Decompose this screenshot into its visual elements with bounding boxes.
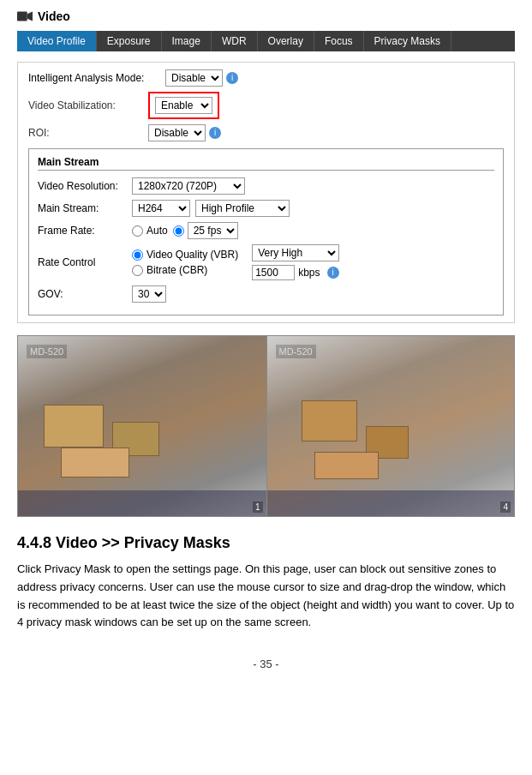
video-icon <box>17 9 33 24</box>
tab-video-profile[interactable]: Video Profile <box>17 31 97 51</box>
stabilization-highlight: Enable Disable <box>148 92 219 119</box>
auto-radio-group: Auto <box>132 225 168 237</box>
right-timestamp: 4 <box>500 502 511 513</box>
stabilization-label: Video Stabilization: <box>28 99 148 111</box>
stream-label: Main Stream: <box>38 202 132 214</box>
fps-radio-group: 25 fps 30 fps 15 fps <box>173 222 238 239</box>
roi-select[interactable]: Disable Enable <box>148 124 206 141</box>
gov-label: GOV: <box>38 288 132 300</box>
stabilization-row: Video Stabilization: Enable Disable <box>28 92 504 119</box>
gov-row: GOV: 30 60 90 <box>38 285 494 303</box>
intelligent-info-icon[interactable]: i <box>226 72 238 84</box>
vbr-radio-group: Video Quality (VBR) <box>132 249 238 261</box>
vbr-radio[interactable] <box>132 249 143 261</box>
resolution-select[interactable]: 1280x720 (720P) 1920x1080 (1080P) <box>132 177 245 195</box>
section-body: Click Privacy Mask to open the settings … <box>17 561 515 632</box>
page-header: Video <box>17 9 515 24</box>
tab-exposure[interactable]: Exposure <box>97 31 162 51</box>
roi-info-icon[interactable]: i <box>209 127 221 139</box>
camera-left-image: MD-520 1 <box>18 336 266 516</box>
quality-select[interactable]: Very High High Medium Low <box>252 244 338 261</box>
page-footer: - 35 - <box>17 649 515 679</box>
bitrate-input[interactable] <box>252 265 295 280</box>
camera-image-panel: MD-520 1 MD-520 4 <box>17 335 515 517</box>
page-number: - 35 - <box>253 658 278 670</box>
left-timestamp: 1 <box>253 502 263 513</box>
vbr-label: Video Quality (VBR) <box>146 249 238 261</box>
page-title: Video <box>38 9 70 23</box>
cbr-radio[interactable] <box>132 265 143 276</box>
framerate-fps-radio[interactable] <box>173 225 184 237</box>
resolution-label: Video Resolution: <box>38 180 132 192</box>
roi-label: ROI: <box>28 127 148 139</box>
gov-select[interactable]: 30 60 90 <box>132 285 166 303</box>
bitrate-info-icon[interactable]: i <box>327 267 339 279</box>
nav-tabs: Video Profile Exposure Image WDR Overlay… <box>17 31 515 51</box>
tab-image[interactable]: Image <box>162 31 212 51</box>
stream-codec-row: Main Stream: H264 H265 MJPEG High Profil… <box>38 200 494 217</box>
framerate-auto-radio[interactable] <box>132 225 143 237</box>
resolution-row: Video Resolution: 1280x720 (720P) 1920x1… <box>38 177 494 195</box>
profile-select[interactable]: High Profile Main Profile Baseline Profi… <box>195 200 290 217</box>
svg-marker-1 <box>27 12 33 21</box>
cbr-label: Bitrate (CBR) <box>146 264 207 276</box>
intelligent-row: Intelligent Analysis Mode: Disable Enabl… <box>28 69 504 87</box>
tab-wdr[interactable]: WDR <box>212 31 258 51</box>
framerate-auto-label: Auto <box>146 225 168 237</box>
framerate-row: Frame Rate: Auto 25 fps 30 fps 15 fps <box>38 222 494 239</box>
main-stream-title: Main Stream <box>38 156 494 171</box>
intelligent-select[interactable]: Disable Enable <box>165 69 223 87</box>
settings-area: Intelligent Analysis Mode: Disable Enabl… <box>17 62 515 323</box>
framerate-select[interactable]: 25 fps 30 fps 15 fps <box>188 222 238 239</box>
tab-focus[interactable]: Focus <box>314 31 364 51</box>
svg-rect-0 <box>17 12 27 21</box>
camera-right-image: MD-520 4 <box>266 336 515 516</box>
roi-row: ROI: Disable Enable i <box>28 124 504 141</box>
cbr-radio-group: Bitrate (CBR) <box>132 264 238 276</box>
framerate-label: Frame Rate: <box>38 225 132 237</box>
tab-privacy-masks[interactable]: Privacy Masks <box>364 31 451 51</box>
main-stream-box: Main Stream Video Resolution: 1280x720 (… <box>28 148 504 315</box>
tab-overlay[interactable]: Overlay <box>258 31 314 51</box>
bitrate-unit: kbps <box>298 267 320 279</box>
stream-codec-select[interactable]: H264 H265 MJPEG <box>132 200 190 217</box>
intelligent-label: Intelligent Analysis Mode: <box>28 72 165 84</box>
rate-control-label: Rate Control <box>38 256 132 268</box>
rate-control-row: Rate Control Video Quality (VBR) Bitrate… <box>38 244 494 280</box>
section-heading: 4.4.8 Video >> Privacy Masks <box>17 534 515 552</box>
stabilization-select[interactable]: Enable Disable <box>155 97 212 114</box>
